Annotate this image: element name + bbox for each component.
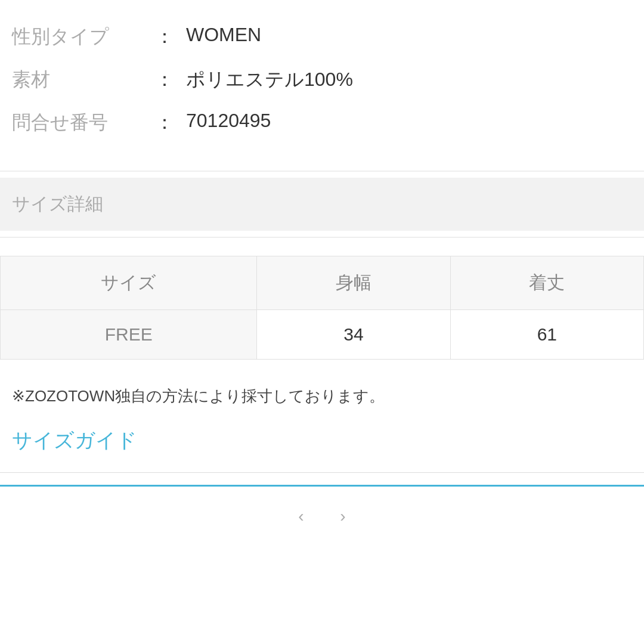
material-value: ポリエステル100% xyxy=(186,67,353,93)
material-row: 素材 ： ポリエステル100% xyxy=(12,67,632,93)
table-row: FREE 34 61 xyxy=(1,310,644,360)
inquiry-number-label: 問合せ番号 xyxy=(12,110,155,136)
size-detail-header: サイズ詳細 xyxy=(0,178,644,231)
bottom-nav-area: ‹ › xyxy=(0,487,644,546)
size-table: サイズ 身幅 着丈 FREE 34 61 xyxy=(0,256,644,360)
inquiry-number-colon: ： xyxy=(155,110,174,136)
section-divider-mid xyxy=(0,237,644,238)
gender-type-colon: ： xyxy=(155,24,174,50)
nav-arrow-right[interactable]: › xyxy=(331,504,355,528)
size-guide-link[interactable]: サイズガイド xyxy=(0,421,644,472)
table-cell-size: FREE xyxy=(1,310,257,360)
measurement-note: ※ZOZOTOWN独自の方法により採寸しております。 xyxy=(0,371,644,421)
gender-type-label: 性別タイプ xyxy=(12,24,155,50)
section-divider-top xyxy=(0,171,644,172)
material-colon: ： xyxy=(155,67,174,93)
gender-type-row: 性別タイプ ： WOMEN xyxy=(12,24,632,50)
page-container: 性別タイプ ： WOMEN 素材 ： ポリエステル100% 問合せ番号 ： 70… xyxy=(0,0,644,644)
table-cell-width: 34 xyxy=(257,310,450,360)
inquiry-number-value: 70120495 xyxy=(186,110,271,132)
product-info-section: 性別タイプ ： WOMEN 素材 ： ポリエステル100% 問合せ番号 ： 70… xyxy=(0,0,644,165)
table-header-row: サイズ 身幅 着丈 xyxy=(1,256,644,310)
nav-arrow-left[interactable]: ‹ xyxy=(289,504,313,528)
gender-type-value: WOMEN xyxy=(186,24,261,46)
inquiry-number-row: 問合せ番号 ： 70120495 xyxy=(12,110,632,136)
size-table-wrapper: サイズ 身幅 着丈 FREE 34 61 xyxy=(0,244,644,371)
table-header-size: サイズ xyxy=(1,256,257,310)
table-header-length: 着丈 xyxy=(450,256,643,310)
nav-arrows: ‹ › xyxy=(289,504,355,528)
material-label: 素材 xyxy=(12,67,155,93)
table-cell-length: 61 xyxy=(450,310,643,360)
table-header-width: 身幅 xyxy=(257,256,450,310)
section-divider-bottom xyxy=(0,472,644,473)
size-detail-title: サイズ詳細 xyxy=(12,194,103,213)
